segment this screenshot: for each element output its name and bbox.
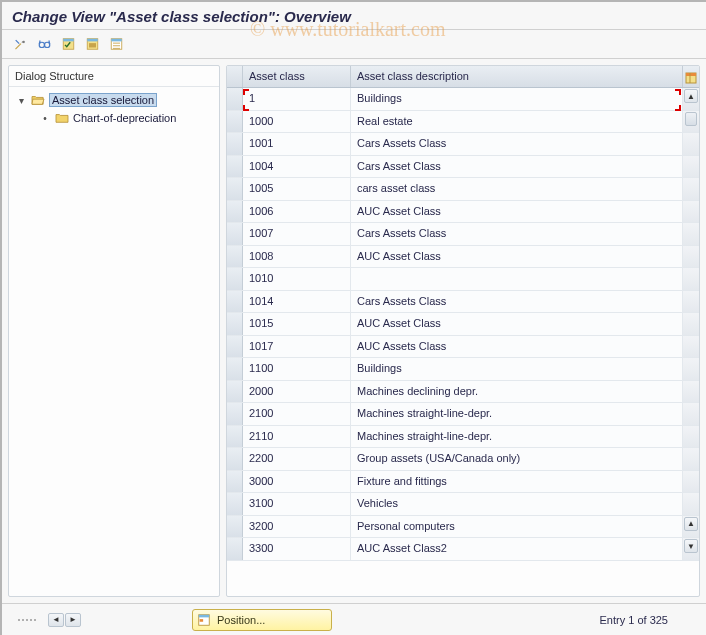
scrollbar-track[interactable]: [683, 471, 699, 493]
scrollbar-track[interactable]: [683, 268, 699, 290]
scrollbar-track[interactable]: [683, 313, 699, 335]
row-selector[interactable]: [227, 426, 243, 448]
cell-asset-class[interactable]: 1015: [243, 313, 351, 335]
row-selector[interactable]: [227, 88, 243, 110]
row-selector[interactable]: [227, 111, 243, 133]
scrollbar-track[interactable]: [683, 223, 699, 245]
row-selector-header[interactable]: [227, 66, 243, 87]
cell-asset-class[interactable]: 2110: [243, 426, 351, 448]
row-selector[interactable]: [227, 178, 243, 200]
table-row[interactable]: 1006AUC Asset Class: [227, 201, 699, 224]
tree-node-asset-class-selection[interactable]: ▾ Asset class selection: [13, 91, 215, 109]
cell-asset-class[interactable]: 1100: [243, 358, 351, 380]
cell-asset-class[interactable]: 1014: [243, 291, 351, 313]
cell-asset-class-description[interactable]: Personal computers: [351, 516, 683, 538]
table-row[interactable]: 1100Buildings: [227, 358, 699, 381]
expander-icon[interactable]: ▾: [15, 94, 27, 106]
cell-asset-class-description[interactable]: AUC Assets Class: [351, 336, 683, 358]
cell-asset-class-description[interactable]: Machines declining depr.: [351, 381, 683, 403]
position-button[interactable]: Position...: [192, 609, 332, 631]
cell-asset-class[interactable]: 2000: [243, 381, 351, 403]
cell-asset-class[interactable]: 1005: [243, 178, 351, 200]
table-row[interactable]: 2100Machines straight-line-depr.: [227, 403, 699, 426]
row-selector[interactable]: [227, 538, 243, 560]
scrollbar-track[interactable]: [683, 381, 699, 403]
table-row[interactable]: 1008AUC Asset Class: [227, 246, 699, 269]
row-selector[interactable]: [227, 516, 243, 538]
row-selector[interactable]: [227, 336, 243, 358]
scrollbar-track[interactable]: [683, 493, 699, 515]
row-selector[interactable]: [227, 223, 243, 245]
toolbar-other-view-button[interactable]: [10, 35, 30, 53]
cell-asset-class[interactable]: 1017: [243, 336, 351, 358]
row-selector[interactable]: [227, 133, 243, 155]
cell-asset-class[interactable]: 1001: [243, 133, 351, 155]
cell-asset-class-description[interactable]: Cars Assets Class: [351, 223, 683, 245]
scrollbar-track[interactable]: [683, 178, 699, 200]
toolbar-select-block-button[interactable]: [82, 35, 102, 53]
scrollbar-track[interactable]: [683, 426, 699, 448]
cell-asset-class[interactable]: 2200: [243, 448, 351, 470]
cell-asset-class-description[interactable]: Machines straight-line-depr.: [351, 426, 683, 448]
cell-asset-class-description[interactable]: AUC Asset Class: [351, 201, 683, 223]
row-selector[interactable]: [227, 448, 243, 470]
row-selector[interactable]: [227, 471, 243, 493]
row-selector[interactable]: [227, 291, 243, 313]
cell-asset-class[interactable]: 3300: [243, 538, 351, 560]
table-row[interactable]: 1000Real estate: [227, 111, 699, 134]
table-config-button[interactable]: [683, 66, 699, 87]
cell-asset-class-description[interactable]: Vehicles: [351, 493, 683, 515]
scrollbar-track[interactable]: [683, 201, 699, 223]
toolbar-deselect-all-button[interactable]: [106, 35, 126, 53]
toolbar-select-all-button[interactable]: [58, 35, 78, 53]
scroll-right-button[interactable]: ►: [65, 613, 81, 627]
cell-asset-class-description[interactable]: AUC Asset Class2: [351, 538, 683, 560]
cell-asset-class[interactable]: 3200: [243, 516, 351, 538]
scroll-down-button[interactable]: ▼: [684, 539, 698, 553]
row-selector[interactable]: [227, 201, 243, 223]
row-selector[interactable]: [227, 381, 243, 403]
table-row[interactable]: 1010: [227, 268, 699, 291]
cell-asset-class[interactable]: 1000: [243, 111, 351, 133]
table-row[interactable]: 1001Cars Assets Class: [227, 133, 699, 156]
scrollbar-track[interactable]: [683, 133, 699, 155]
tree-node-chart-of-depreciation[interactable]: • Chart-of-depreciation: [13, 109, 215, 127]
column-header-asset-class[interactable]: Asset class: [243, 66, 351, 87]
row-selector[interactable]: [227, 246, 243, 268]
cell-asset-class[interactable]: 3100: [243, 493, 351, 515]
scrollbar-track[interactable]: ▲: [683, 88, 699, 110]
cell-asset-class-description[interactable]: AUC Asset Class: [351, 246, 683, 268]
table-row[interactable]: 2110Machines straight-line-depr.: [227, 426, 699, 449]
scrollbar-track[interactable]: [683, 246, 699, 268]
scrollbar-track[interactable]: [683, 336, 699, 358]
cell-asset-class-description[interactable]: Fixture and fittings: [351, 471, 683, 493]
table-row[interactable]: 1014Cars Assets Class: [227, 291, 699, 314]
row-selector[interactable]: [227, 156, 243, 178]
table-row[interactable]: 1005cars asset class: [227, 178, 699, 201]
cell-asset-class[interactable]: 1008: [243, 246, 351, 268]
cell-asset-class-description[interactable]: AUC Asset Class: [351, 313, 683, 335]
cell-asset-class[interactable]: 1004: [243, 156, 351, 178]
table-row[interactable]: 3300AUC Asset Class2▼: [227, 538, 699, 561]
cell-asset-class-description[interactable]: Buildings: [351, 88, 683, 110]
scrollbar-track[interactable]: [683, 403, 699, 425]
cell-asset-class[interactable]: 1006: [243, 201, 351, 223]
cell-asset-class[interactable]: 3000: [243, 471, 351, 493]
cell-asset-class[interactable]: 1010: [243, 268, 351, 290]
row-selector[interactable]: [227, 358, 243, 380]
scrollbar-track[interactable]: [683, 111, 699, 133]
table-row[interactable]: 1015AUC Asset Class: [227, 313, 699, 336]
cell-asset-class-description[interactable]: Buildings: [351, 358, 683, 380]
scroll-thumb[interactable]: [685, 112, 697, 126]
cell-asset-class-description[interactable]: Machines straight-line-depr.: [351, 403, 683, 425]
scrollbar-track[interactable]: [683, 156, 699, 178]
cell-asset-class-description[interactable]: cars asset class: [351, 178, 683, 200]
table-row[interactable]: 3000Fixture and fittings: [227, 471, 699, 494]
column-header-asset-class-description[interactable]: Asset class description: [351, 66, 683, 87]
cell-asset-class-description[interactable]: Cars Asset Class: [351, 156, 683, 178]
scroll-up-button[interactable]: ▲: [684, 89, 698, 103]
scroll-up-button[interactable]: ▲: [684, 517, 698, 531]
cell-asset-class-description[interactable]: Group assets (USA/Canada only): [351, 448, 683, 470]
table-row[interactable]: 1Buildings▲: [227, 88, 699, 111]
row-selector[interactable]: [227, 403, 243, 425]
